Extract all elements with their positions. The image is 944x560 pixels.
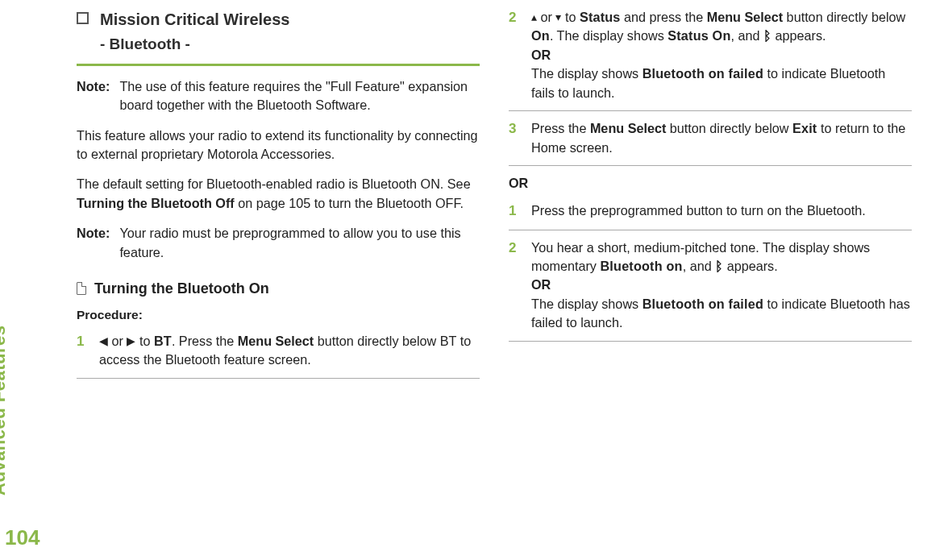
or-label: OR xyxy=(531,277,551,292)
step-body: Press the preprogrammed button to turn o… xyxy=(531,201,912,222)
up-arrow-icon: ▴ xyxy=(531,9,537,25)
ui-label-menu-select: Menu Select xyxy=(707,10,783,24)
step-number: 1 xyxy=(509,201,520,222)
cross-ref: Turning the Bluetooth Off xyxy=(77,196,235,210)
step-number: 3 xyxy=(509,119,520,157)
note-block-1: Note: The use of this feature requires t… xyxy=(77,77,480,115)
page-icon xyxy=(77,282,86,295)
right-arrow-icon: ▶ xyxy=(127,333,135,349)
text: The display shows xyxy=(531,297,643,311)
alt-step-2: 2 You hear a short, medium-pitched tone.… xyxy=(509,239,912,342)
ui-label-exit: Exit xyxy=(792,121,817,135)
text: or xyxy=(108,334,127,348)
text: to xyxy=(561,10,580,24)
left-column: Mission Critical Wireless - Bluetooth - … xyxy=(77,8,480,387)
ui-label-bt-on: Bluetooth on xyxy=(600,259,682,273)
section-square-icon xyxy=(77,12,89,24)
ui-label-menu-select: Menu Select xyxy=(238,334,314,348)
procedure-step-3: 3 Press the Menu Select button directly … xyxy=(509,119,912,166)
text: The display shows xyxy=(531,66,643,81)
text: Press the xyxy=(531,121,590,135)
step-body: ▴ or ▾ to Status and press the Menu Sele… xyxy=(531,8,912,102)
ui-label-on: On xyxy=(531,28,550,43)
or-label: OR xyxy=(531,48,551,62)
ui-label-status: Status xyxy=(580,10,621,24)
step-number: 1 xyxy=(77,332,88,370)
text: , and xyxy=(683,259,716,273)
subheading: Turning the Bluetooth On xyxy=(94,278,269,299)
note-label: Note: xyxy=(77,77,110,115)
sidebar-section-label: Advanced Features xyxy=(0,326,10,496)
step-body: ◀ or ▶ to BT. Press the Menu Select butt… xyxy=(99,332,480,370)
subheading-row: Turning the Bluetooth On xyxy=(77,278,480,299)
text: button directly below xyxy=(783,10,905,24)
note-text: Your radio must be preprogrammed to allo… xyxy=(119,224,480,262)
title-divider xyxy=(77,64,480,66)
text: . The display shows xyxy=(550,28,667,43)
page-number: 104 xyxy=(5,525,40,550)
step-number: 2 xyxy=(509,8,520,102)
paragraph-default-setting: The default setting for Bluetooth-enable… xyxy=(77,175,480,213)
text: or xyxy=(537,10,555,24)
text: on page 105 to turn the Bluetooth OFF. xyxy=(235,196,464,210)
ui-label-bt: BT xyxy=(154,334,172,348)
section-header: Mission Critical Wireless - Bluetooth - xyxy=(77,8,480,56)
procedure-step-1: 1 ◀ or ▶ to BT. Press the Menu Select bu… xyxy=(77,332,480,379)
procedure-label: Procedure: xyxy=(77,306,480,324)
text: . Press the xyxy=(172,334,238,348)
text: The default setting for Bluetooth-enable… xyxy=(77,176,471,191)
procedure-step-2: 2 ▴ or ▾ to Status and press the Menu Se… xyxy=(509,8,912,111)
text: appears. xyxy=(723,259,778,273)
ui-label-menu-select: Menu Select xyxy=(590,121,666,135)
text: and press the xyxy=(621,10,707,24)
document-page: Advanced Features 104 Mission Critical W… xyxy=(0,0,944,560)
down-arrow-icon: ▾ xyxy=(555,9,561,25)
paragraph-intro: This feature allows your radio to extend… xyxy=(77,127,480,164)
ui-label-status-on: Status On xyxy=(667,28,730,43)
left-arrow-icon: ◀ xyxy=(99,333,108,349)
text: button directly below xyxy=(666,121,792,135)
alt-step-1: 1 Press the preprogrammed button to turn… xyxy=(509,201,912,230)
step-number: 2 xyxy=(509,239,520,333)
note-text: The use of this feature requires the "Fu… xyxy=(119,77,480,115)
section-title-block: Mission Critical Wireless - Bluetooth - xyxy=(100,8,289,56)
note-block-2: Note: Your radio must be preprogrammed t… xyxy=(77,224,480,262)
ui-label-bt-failed: Bluetooth on failed xyxy=(643,66,763,81)
text: , and xyxy=(731,28,764,43)
section-title: Mission Critical Wireless xyxy=(100,8,289,31)
two-column-layout: Mission Critical Wireless - Bluetooth - … xyxy=(77,8,928,387)
ui-label-bt-failed: Bluetooth on failed xyxy=(643,297,763,311)
or-separator: OR xyxy=(509,174,912,193)
step-body: You hear a short, medium-pitched tone. T… xyxy=(531,239,912,333)
text: appears. xyxy=(771,28,826,43)
section-subtitle: - Bluetooth - xyxy=(100,33,289,56)
step-body: Press the Menu Select button directly be… xyxy=(531,119,912,157)
note-label: Note: xyxy=(77,224,110,262)
right-column: 2 ▴ or ▾ to Status and press the Menu Se… xyxy=(509,8,912,387)
bluetooth-icon: ᛒ xyxy=(715,257,723,276)
text: to xyxy=(135,334,154,348)
bluetooth-icon: ᛒ xyxy=(763,27,771,45)
